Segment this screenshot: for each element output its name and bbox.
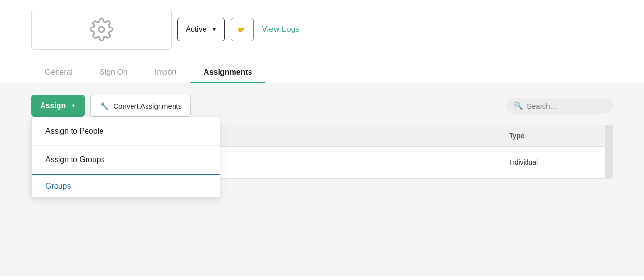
top-bar: Active ▼ 🤝 View Logs	[0, 0, 644, 58]
handshake-icon: 🤝	[236, 23, 249, 36]
tab-assignments[interactable]: Assignments	[190, 62, 265, 83]
groups-label[interactable]: Groups	[45, 182, 71, 190]
gear-icon-box	[31, 9, 172, 50]
search-input[interactable]	[527, 102, 605, 110]
gear-icon	[89, 17, 114, 42]
assign-dropdown-arrow-icon: ▼	[71, 103, 76, 109]
view-logs-link[interactable]: View Logs	[262, 25, 299, 34]
handshake-button[interactable]: 🤝	[231, 18, 254, 41]
toolbar: Assign ▼ 🔧 Convert Assignments 🔍	[31, 95, 613, 117]
search-icon: 🔍	[514, 101, 523, 110]
tab-sign-on[interactable]: Sign On	[86, 62, 141, 83]
row-scroll-indicator[interactable]	[605, 147, 612, 178]
active-status-label: Active	[186, 25, 207, 34]
active-status-dropdown[interactable]: Active ▼	[177, 18, 225, 41]
tab-general[interactable]: General	[31, 62, 86, 83]
assign-button[interactable]: Assign ▼	[31, 95, 85, 117]
tab-import[interactable]: Import	[141, 62, 190, 83]
assign-to-people-option[interactable]: Assign to People	[32, 117, 220, 146]
tabs-container: General Sign On Import Assignments	[0, 62, 644, 83]
type-cell: Individual	[499, 152, 605, 173]
assign-to-groups-option[interactable]: Assign to Groups	[32, 146, 220, 174]
groups-footer: Groups	[32, 174, 220, 197]
main-content: Assign ▼ 🔧 Convert Assignments 🔍 Assign …	[0, 83, 644, 276]
assign-dropdown-menu: Assign to People Assign to Groups Groups	[31, 117, 220, 198]
dropdown-arrow-icon: ▼	[212, 27, 217, 32]
table-header-type: Type	[499, 125, 605, 146]
scroll-indicator[interactable]	[605, 125, 612, 146]
convert-assignments-button[interactable]: 🔧 Convert Assignments	[90, 95, 191, 117]
svg-text:🤝: 🤝	[238, 27, 245, 33]
search-box[interactable]: 🔍	[506, 98, 613, 114]
svg-point-0	[99, 26, 105, 32]
wrench-icon: 🔧	[100, 101, 109, 111]
